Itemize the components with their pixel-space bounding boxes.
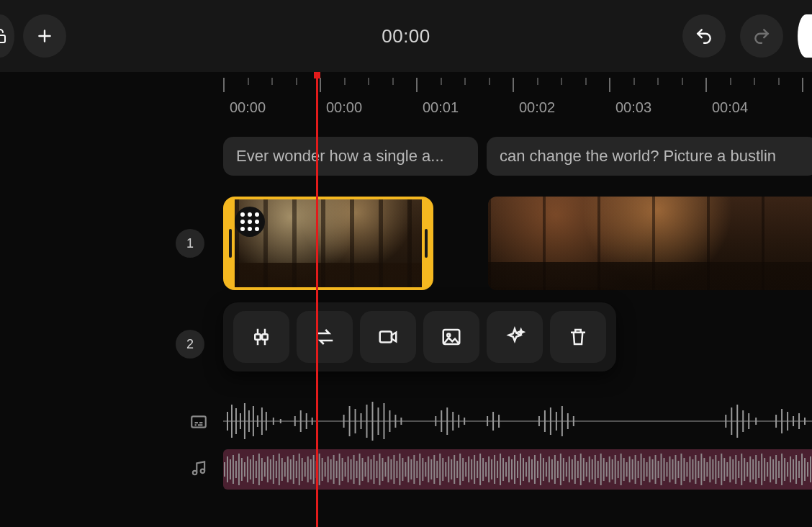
delete-icon bbox=[567, 326, 589, 348]
music-waveform[interactable] bbox=[223, 449, 812, 490]
text-clip[interactable]: Ever wonder how a single a... bbox=[223, 137, 478, 176]
playhead-timecode: 00:00 bbox=[382, 25, 430, 48]
add-button[interactable] bbox=[23, 14, 66, 58]
subtitle-icon bbox=[189, 413, 208, 431]
ruler-label: 00:00 bbox=[326, 99, 362, 116]
undo-button[interactable] bbox=[682, 14, 726, 58]
ruler-label: 00:03 bbox=[615, 99, 651, 116]
video-track-1 bbox=[223, 197, 812, 290]
video-button[interactable] bbox=[360, 311, 416, 363]
split-icon bbox=[251, 326, 272, 348]
delete-button[interactable] bbox=[550, 311, 606, 363]
redo-icon bbox=[752, 27, 771, 45]
split-button[interactable] bbox=[233, 311, 289, 363]
top-toolbar: 00:00 bbox=[0, 0, 812, 72]
video-clip-selected[interactable] bbox=[223, 197, 433, 290]
sparkle-button[interactable] bbox=[487, 311, 543, 363]
time-ruler[interactable]: 00:00 00:00 00:01 00:02 00:03 00:04 bbox=[216, 72, 812, 122]
lock-icon bbox=[0, 27, 9, 45]
video-icon bbox=[377, 326, 399, 348]
right-edge-button[interactable] bbox=[798, 14, 812, 58]
image-button[interactable] bbox=[423, 311, 479, 363]
playhead[interactable] bbox=[316, 72, 318, 527]
music-icon bbox=[189, 459, 208, 477]
clip-action-toolbar bbox=[223, 302, 616, 371]
svg-rect-3 bbox=[380, 332, 392, 343]
sparkle-icon bbox=[504, 326, 525, 348]
subtitle-track-icon bbox=[187, 410, 210, 433]
ruler-label: 00:02 bbox=[519, 99, 555, 116]
lock-button[interactable] bbox=[0, 14, 14, 58]
ruler-label: 00:01 bbox=[423, 99, 459, 116]
image-icon bbox=[441, 326, 462, 348]
text-track: Ever wonder how a single a... can change… bbox=[223, 137, 812, 176]
trim-handle-left[interactable] bbox=[229, 229, 232, 258]
svg-point-5 bbox=[447, 334, 450, 337]
clip-menu-icon[interactable] bbox=[235, 207, 265, 237]
svg-rect-0 bbox=[0, 35, 5, 42]
timeline[interactable]: 00:00 00:00 00:01 00:02 00:03 00:04 Ever… bbox=[0, 72, 812, 527]
svg-rect-2 bbox=[262, 334, 268, 340]
track-2-badge: 2 bbox=[176, 330, 204, 359]
undo-icon bbox=[695, 27, 713, 45]
swap-button[interactable] bbox=[297, 311, 353, 363]
track-1-badge: 1 bbox=[176, 229, 204, 258]
ruler-label: 00:00 bbox=[230, 99, 266, 116]
redo-button[interactable] bbox=[740, 14, 783, 58]
plus-icon bbox=[35, 27, 54, 45]
svg-rect-1 bbox=[255, 334, 261, 340]
video-clip[interactable] bbox=[488, 197, 812, 290]
trim-handle-right[interactable] bbox=[425, 229, 428, 258]
text-clip[interactable]: can change the world? Picture a bustlin bbox=[487, 137, 812, 176]
voice-waveform[interactable] bbox=[223, 397, 812, 445]
ruler-label: 00:04 bbox=[712, 99, 748, 116]
music-track-icon bbox=[187, 456, 210, 479]
